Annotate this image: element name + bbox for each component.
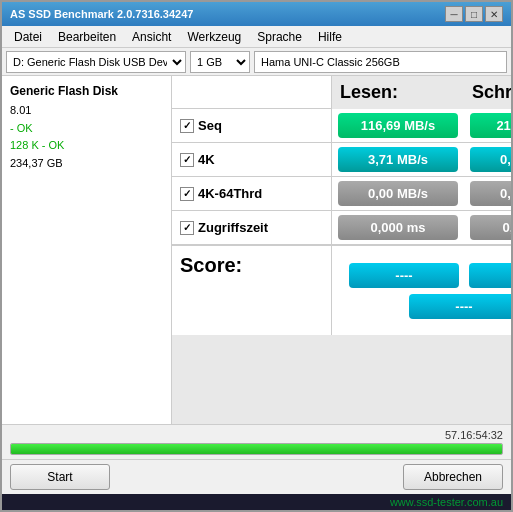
table-row-seq: ✓ Seq 116,69 MB/s 21,23 MB/s [172, 109, 511, 143]
checkbox-4k64[interactable]: ✓ [180, 187, 194, 201]
label-seq: ✓ Seq [172, 109, 332, 142]
write-cell-4k64: 0,00 MB/s [464, 177, 511, 210]
checkbox-4k[interactable]: ✓ [180, 153, 194, 167]
header-row: Lesen: Schreiben: [172, 76, 511, 109]
read-value-4k: 3,71 MB/s [338, 147, 458, 172]
maximize-button[interactable]: □ [465, 6, 483, 22]
menu-datei[interactable]: Datei [6, 28, 50, 46]
size-select[interactable]: 1 GB [190, 51, 250, 73]
score-values: ---- ---- ---- [332, 246, 511, 335]
score-row: Score: ---- ---- ---- [172, 245, 511, 335]
left-panel: Generic Flash Disk 8.01 - OK 128 K - OK … [2, 76, 172, 424]
info-line2: - OK [10, 120, 163, 138]
write-cell-access: 0,000 ms [464, 211, 511, 244]
benchmark-table: Lesen: Schreiben: ✓ Seq 116,69 MB/s 21,2… [172, 76, 511, 424]
checkbox-seq[interactable]: ✓ [180, 119, 194, 133]
window-title: AS SSD Benchmark 2.0.7316.34247 [10, 8, 193, 20]
checkbox-access[interactable]: ✓ [180, 221, 194, 235]
table-row-4k64: ✓ 4K-64Thrd 0,00 MB/s 0,00 MB/s [172, 177, 511, 211]
title-bar: AS SSD Benchmark 2.0.7316.34247 ─ □ ✕ [2, 2, 511, 26]
read-cell-4k64: 0,00 MB/s [332, 177, 464, 210]
write-value-seq: 21,23 MB/s [470, 113, 511, 138]
bottom-area: 57.16:54:32 Start Abbrechen www.ssd-test… [2, 424, 511, 510]
read-value-access: 0,000 ms [338, 215, 458, 240]
minimize-button[interactable]: ─ [445, 6, 463, 22]
menu-ansicht[interactable]: Ansicht [124, 28, 179, 46]
score-top-values: ---- ---- [349, 263, 511, 288]
left-device-name: Generic Flash Disk [10, 84, 163, 98]
write-value-access: 0,000 ms [470, 215, 511, 240]
read-value-4k64: 0,00 MB/s [338, 181, 458, 206]
main-window: AS SSD Benchmark 2.0.7316.34247 ─ □ ✕ Da… [0, 0, 513, 512]
read-value-seq: 116,69 MB/s [338, 113, 458, 138]
cancel-button[interactable]: Abbrechen [403, 464, 503, 490]
buttons-container: Start Abbrechen [2, 459, 511, 494]
menu-bearbeiten[interactable]: Bearbeiten [50, 28, 124, 46]
table-row-access: ✓ Zugriffszeit 0,000 ms 0,000 ms [172, 211, 511, 245]
menu-hilfe[interactable]: Hilfe [310, 28, 350, 46]
time-display: 57.16:54:32 [10, 429, 503, 441]
write-value-4k64: 0,00 MB/s [470, 181, 511, 206]
info-line4: 234,37 GB [10, 155, 163, 173]
label-access: ✓ Zugriffszeit [172, 211, 332, 244]
menu-bar: Datei Bearbeiten Ansicht Werkzeug Sprach… [2, 26, 511, 48]
header-write: Schreiben: [464, 76, 511, 109]
write-value-4k: 0,31 MB/s [470, 147, 511, 172]
device-select[interactable]: D: Generic Flash Disk USB Device [6, 51, 186, 73]
start-button[interactable]: Start [10, 464, 110, 490]
progress-area: 57.16:54:32 [2, 424, 511, 459]
score-read-badge: ---- [349, 263, 459, 288]
score-total-badge: ---- [409, 294, 511, 319]
header-empty [172, 76, 332, 109]
toolbar: D: Generic Flash Disk USB Device 1 GB Ha… [2, 48, 511, 76]
main-content: Generic Flash Disk 8.01 - OK 128 K - OK … [2, 76, 511, 424]
right-panel: Lesen: Schreiben: ✓ Seq 116,69 MB/s 21,2… [172, 76, 511, 424]
menu-werkzeug[interactable]: Werkzeug [179, 28, 249, 46]
left-device-info: 8.01 - OK 128 K - OK 234,37 GB [10, 102, 163, 172]
menu-sprache[interactable]: Sprache [249, 28, 310, 46]
label-4k: ✓ 4K [172, 143, 332, 176]
table-row-4k: ✓ 4K 3,71 MB/s 0,31 MB/s [172, 143, 511, 177]
title-bar-buttons: ─ □ ✕ [445, 6, 503, 22]
read-cell-4k: 3,71 MB/s [332, 143, 464, 176]
read-cell-seq: 116,69 MB/s [332, 109, 464, 142]
info-line3: 128 K - OK [10, 137, 163, 155]
device-label: Hama UNI-C Classic 256GB [254, 51, 507, 73]
label-4k64: ✓ 4K-64Thrd [172, 177, 332, 210]
progress-bar-fill [11, 444, 502, 454]
watermark: www.ssd-tester.com.au [2, 494, 511, 510]
score-label: Score: [172, 246, 332, 335]
header-read: Lesen: [332, 76, 464, 109]
info-line1: 8.01 [10, 102, 163, 120]
score-write-badge: ---- [469, 263, 511, 288]
progress-bar-container [10, 443, 503, 455]
read-cell-access: 0,000 ms [332, 211, 464, 244]
close-button[interactable]: ✕ [485, 6, 503, 22]
write-cell-4k: 0,31 MB/s [464, 143, 511, 176]
write-cell-seq: 21,23 MB/s [464, 109, 511, 142]
